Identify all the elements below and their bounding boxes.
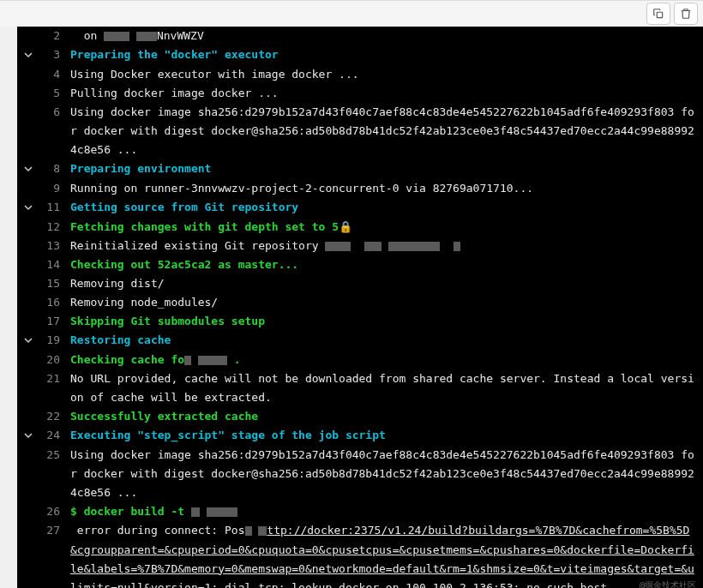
line-number[interactable]: 14 [36, 255, 70, 274]
log-content: Removing dist/ [70, 274, 703, 293]
log-line: 9Running on runner-3nnvwwzv-project-2-co… [17, 179, 703, 198]
text-segment: Reinitialized existing Git repository [70, 239, 325, 252]
text-segment: . [227, 353, 241, 366]
log-content: Getting source from Git repository [70, 198, 703, 217]
log-line: 12Fetching changes with git depth set to… [17, 218, 703, 237]
log-line: 17Skipping Git submodules setup [17, 312, 703, 331]
text-segment: 🔒 [339, 220, 352, 233]
redacted-segment [191, 507, 200, 517]
log-line: 19Restoring cache [17, 331, 703, 351]
text-segment: No URL provided, cache will not be downl… [70, 372, 694, 404]
line-number[interactable]: 24 [36, 426, 70, 445]
line-number[interactable]: 25 [36, 446, 70, 465]
log-line: 8Preparing environment [17, 159, 703, 179]
log-line: 14Checking out 52ac5ca2 as master... [17, 255, 703, 274]
line-number[interactable]: 21 [36, 369, 70, 388]
log-content: Running on runner-3nnvwwzv-project-2-con… [70, 179, 703, 198]
text-segment: error during connect: Pos [70, 524, 245, 537]
line-number[interactable]: 20 [36, 351, 70, 369]
line-number[interactable]: 17 [36, 312, 70, 331]
line-number[interactable]: 5 [36, 84, 70, 103]
log-content: Using Docker executor with image docker … [70, 65, 703, 84]
redacted-segment [104, 32, 129, 41]
log-content: No URL provided, cache will not be downl… [70, 369, 703, 407]
line-number[interactable]: 12 [36, 218, 70, 237]
log-content: Using docker image sha256:d2979b152a7d43… [70, 103, 703, 159]
text-segment: Preparing the "docker" executor [70, 48, 279, 61]
chevron-down-icon[interactable] [21, 198, 36, 218]
redacted-segment [136, 32, 157, 41]
text-segment: Running on runner-3nnvwwzv-project-2-con… [70, 182, 533, 195]
log-content: Pulling docker image docker ... [70, 84, 703, 103]
line-number[interactable]: 22 [36, 407, 70, 426]
text-segment: Successfully extracted cache [70, 410, 258, 423]
text-segment: Getting source from Git repository [70, 201, 298, 213]
log-content: Checking out 52ac5ca2 as master... [70, 255, 703, 274]
text-segment [129, 29, 136, 42]
line-number[interactable]: 16 [36, 293, 70, 312]
log-line: 25Using docker image sha256:d2979b152a7d… [17, 446, 703, 502]
line-number[interactable]: 2 [36, 27, 70, 45]
trash-icon [680, 8, 692, 20]
text-segment: Pulling docker image docker ... [70, 87, 279, 99]
line-number[interactable]: 11 [36, 198, 70, 217]
log-content: $ docker build -t [70, 502, 703, 521]
log-line: 27 error during connect: Pos ttp://docke… [17, 521, 703, 588]
text-segment: Restoring cache [70, 333, 171, 346]
text-segment: Removing dist/ [70, 277, 165, 290]
text-segment [191, 353, 198, 366]
delete-button[interactable] [674, 3, 698, 25]
log-content: Reinitialized existing Git repository [70, 237, 703, 255]
log-content: Checking cache fo . [70, 351, 703, 369]
line-number[interactable]: 8 [36, 159, 70, 178]
text-segment: NnvWWZV [157, 29, 204, 42]
line-number[interactable]: 13 [36, 237, 70, 255]
copy-button[interactable] [646, 3, 670, 25]
log-line: 3Preparing the "docker" executor [17, 45, 703, 65]
text-segment: $ docker build -t [70, 505, 191, 518]
log-content: Preparing the "docker" executor [70, 45, 703, 64]
log-line: 11Getting source from Git repository [17, 198, 703, 218]
redacted-segment [454, 242, 460, 251]
log-line: 2 on NnvWWZV [17, 27, 703, 45]
chevron-down-icon[interactable] [21, 159, 36, 179]
text-segment: Preparing environment [70, 162, 211, 175]
log-line: 5Pulling docker image docker ... [17, 84, 703, 103]
line-number[interactable]: 3 [36, 45, 70, 64]
log-line: 22Successfully extracted cache [17, 407, 703, 426]
log-line: 24Executing "step_script" stage of the j… [17, 426, 703, 446]
log-line: 20Checking cache fo . [17, 351, 703, 369]
chevron-down-icon[interactable] [21, 331, 36, 351]
chevron-down-icon[interactable] [21, 426, 36, 446]
log-content: Skipping Git submodules setup [70, 312, 703, 331]
chevron-down-icon[interactable] [21, 45, 36, 65]
line-number[interactable]: 26 [36, 502, 70, 521]
text-segment: Using docker image sha256:d2979b152a7d43… [70, 105, 694, 156]
text-segment: Skipping Git submodules setup [70, 315, 265, 327]
line-number[interactable]: 9 [36, 179, 70, 198]
text-segment: Using docker image sha256:d2979b152a7d43… [70, 448, 694, 499]
text-segment: Executing "step_script" stage of the job… [70, 429, 386, 441]
log-content: Preparing environment [70, 159, 703, 178]
line-number[interactable]: 15 [36, 274, 70, 293]
redacted-segment [258, 526, 267, 536]
log-content: error during connect: Pos ttp://docker:2… [70, 521, 703, 588]
line-number[interactable]: 27 [36, 521, 70, 540]
log-line: 4Using Docker executor with image docker… [17, 65, 703, 84]
line-number[interactable]: 19 [36, 331, 70, 350]
text-segment: Removing node_modules/ [70, 296, 218, 309]
log-content: Using docker image sha256:d2979b152a7d43… [70, 446, 703, 502]
text-segment [200, 505, 207, 518]
text-segment: Fetching changes with git depth set to 5 [70, 220, 339, 233]
text-segment [382, 239, 388, 252]
log-content: Restoring cache [70, 331, 703, 350]
text-segment: : dial tcp: lookup docker on 100.100.2.1… [211, 581, 607, 588]
redacted-segment [388, 242, 440, 251]
redacted-segment [184, 356, 191, 365]
log-line: 16Removing node_modules/ [17, 293, 703, 312]
line-number[interactable]: 4 [36, 65, 70, 84]
redacted-segment [245, 526, 252, 536]
top-toolbar [0, 0, 703, 27]
text-segment: Checking cache fo [70, 353, 184, 366]
line-number[interactable]: 6 [36, 103, 70, 122]
